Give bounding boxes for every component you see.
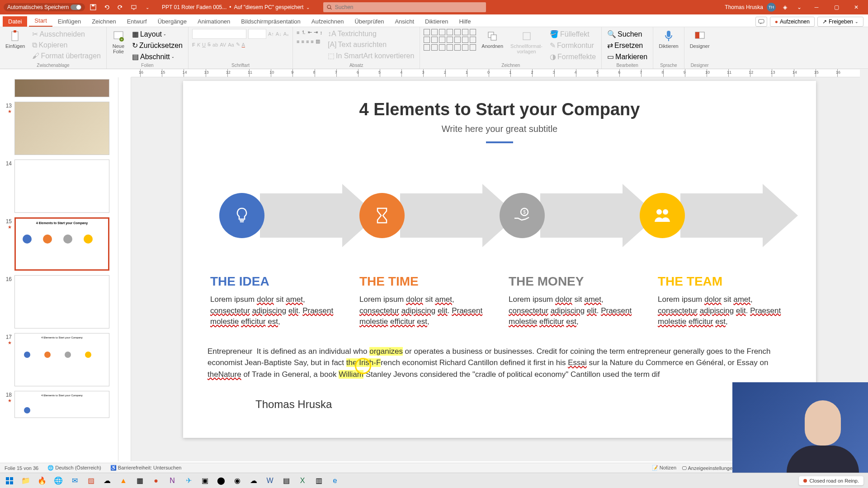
- chrome-icon[interactable]: 🌐: [51, 474, 66, 488]
- app-icon[interactable]: ◉: [230, 474, 245, 488]
- shape-fill-button[interactable]: 🪣Fülleffekt: [548, 29, 598, 39]
- tab-slideshow[interactable]: Bildschirmpräsentation: [236, 16, 306, 27]
- vlc-icon[interactable]: ▲: [116, 474, 131, 488]
- quick-styles-button[interactable]: Schnellformat- vorlagen: [509, 29, 544, 55]
- record-button[interactable]: ●Aufzeichnen: [770, 17, 815, 27]
- underline-button[interactable]: U: [202, 42, 206, 47]
- obs-icon[interactable]: ⬤: [213, 474, 229, 488]
- arrange-button[interactable]: Anordnen: [480, 29, 505, 50]
- copy-button[interactable]: ⧉Kopieren: [30, 40, 103, 50]
- tab-review[interactable]: Überprüfen: [349, 16, 389, 27]
- arrow-block-team[interactable]: [640, 175, 780, 256]
- dictate-button[interactable]: Diktieren: [657, 29, 680, 50]
- slide-title[interactable]: 4 Elements to Start your Company: [206, 100, 793, 119]
- spacing-button[interactable]: AV: [220, 42, 226, 47]
- edge-icon[interactable]: e: [327, 474, 343, 488]
- align-center-icon[interactable]: ≡: [301, 39, 304, 44]
- language-indicator[interactable]: 🌐 Deutsch (Österreich): [47, 465, 101, 471]
- section-button[interactable]: ▤Abschnitt⌄: [130, 52, 184, 62]
- text-direction-button[interactable]: ↕ATextrichtung: [326, 29, 416, 39]
- shape-effects-button[interactable]: ◑Formeffekte: [548, 52, 598, 62]
- cut-button[interactable]: ✂Ausschneiden: [30, 29, 103, 39]
- columns-icon[interactable]: ▥: [316, 38, 320, 44]
- app-icon[interactable]: ▣: [197, 474, 212, 488]
- slide-thumb-15[interactable]: 4 Elements to Start your Company: [14, 217, 109, 271]
- designer-button[interactable]: Designer: [688, 29, 712, 50]
- shadow-button[interactable]: ab: [212, 42, 218, 47]
- align-text-button[interactable]: [A]Text ausrichten: [326, 40, 416, 50]
- search-box[interactable]: [323, 2, 486, 12]
- strikethrough-button[interactable]: S̶: [208, 42, 211, 47]
- line-spacing-icon[interactable]: ↕: [320, 30, 322, 35]
- share-button[interactable]: ↗Freigeben⌄: [817, 17, 863, 27]
- redo-icon[interactable]: [115, 2, 126, 13]
- tab-file[interactable]: Datei: [3, 16, 27, 27]
- outlook-icon[interactable]: ✉: [67, 474, 82, 488]
- numbering-icon[interactable]: ⒈: [301, 29, 306, 36]
- slide-thumbnails-panel[interactable]: 13★ 14 15★ 4 Elements to Start your Comp…: [0, 77, 118, 461]
- tab-draw[interactable]: Zeichnen: [86, 16, 121, 27]
- col-money[interactable]: THE MONEY Lorem ipsum dolor sit amet, co…: [509, 274, 640, 328]
- col-time[interactable]: THE TIME Lorem ipsum dolor sit amet, con…: [359, 274, 491, 328]
- col-team[interactable]: THE TEAM Lorem ipsum dolor sit amet, con…: [658, 274, 789, 328]
- slide-author[interactable]: Thomas Hruska: [255, 398, 793, 411]
- app-icon[interactable]: ▥: [311, 474, 326, 488]
- search-input[interactable]: [335, 4, 483, 10]
- replace-button[interactable]: ⇄Ersetzen: [605, 40, 649, 51]
- slide-thumb-14[interactable]: [14, 160, 109, 213]
- slide-thumb-17[interactable]: 4 Elements to Start your Company: [14, 333, 109, 386]
- app-icon[interactable]: ☁: [99, 474, 115, 488]
- tab-record[interactable]: Aufzeichnen: [306, 16, 349, 27]
- reset-button[interactable]: ↻Zurücksetzen: [130, 40, 184, 51]
- traffic-notification[interactable]: Closed road on Reinp.: [799, 476, 863, 485]
- powerpoint-icon[interactable]: ▨: [83, 474, 99, 488]
- present-from-start-icon[interactable]: [128, 2, 139, 13]
- tab-transitions[interactable]: Übergänge: [152, 16, 192, 27]
- align-left-icon[interactable]: ≡: [297, 39, 299, 44]
- app-icon[interactable]: ●: [148, 474, 164, 488]
- slide-thumb-13[interactable]: [14, 102, 109, 155]
- smartart-button[interactable]: ⬚In SmartArt konvertieren: [326, 51, 416, 61]
- app-icon[interactable]: ☁: [246, 474, 261, 488]
- justify-icon[interactable]: ≡: [311, 39, 313, 44]
- tab-animations[interactable]: Animationen: [192, 16, 236, 27]
- telegram-icon[interactable]: ✈: [181, 474, 196, 488]
- chevron-down-icon[interactable]: ⌄: [306, 5, 310, 10]
- close-icon[interactable]: ✕: [848, 0, 864, 14]
- clear-format-icon[interactable]: Aₓ: [283, 31, 289, 37]
- tab-insert[interactable]: Einfügen: [52, 16, 86, 27]
- minimize-icon[interactable]: ─: [808, 0, 825, 14]
- app-icon[interactable]: ▦: [132, 474, 147, 488]
- font-size-select[interactable]: [248, 29, 266, 39]
- save-icon[interactable]: [88, 2, 99, 13]
- highlight-button[interactable]: ✎: [236, 42, 240, 47]
- shape-outline-button[interactable]: ✎Formkontur: [548, 40, 598, 51]
- file-explorer-icon[interactable]: 📁: [18, 474, 33, 488]
- layout-button[interactable]: ▦Layout⌄: [130, 29, 184, 39]
- tab-help[interactable]: Hilfe: [453, 16, 476, 27]
- excel-icon[interactable]: X: [295, 474, 310, 488]
- tab-view[interactable]: Ansicht: [389, 16, 420, 27]
- comments-button[interactable]: [755, 17, 767, 27]
- word-icon[interactable]: W: [262, 474, 278, 488]
- slide-subtitle[interactable]: Write here your great subtitle: [206, 124, 793, 134]
- paste-button[interactable]: Einfügen: [4, 29, 27, 50]
- toggle-switch[interactable]: [71, 5, 81, 10]
- arrow-block-idea[interactable]: [219, 175, 359, 256]
- autosave-toggle[interactable]: Automatisches Speichern: [4, 3, 85, 11]
- select-button[interactable]: ▭Markieren: [605, 52, 649, 62]
- col-idea[interactable]: THE IDEA Lorem ipsum dolor sit amet, con…: [210, 274, 341, 328]
- arrow-block-money[interactable]: $: [500, 175, 640, 256]
- undo-icon[interactable]: [101, 2, 112, 13]
- shapes-gallery[interactable]: [424, 29, 476, 51]
- accessibility-indicator[interactable]: ♿ Barrierefreiheit: Untersuchen: [110, 465, 182, 471]
- find-button[interactable]: 🔍Suchen: [605, 29, 649, 39]
- ribbon-display-icon[interactable]: ⌄: [794, 2, 805, 13]
- slide-count[interactable]: Folie 15 von 36: [5, 465, 38, 471]
- slide-body-text[interactable]: Entrepreneur It is defined as an individ…: [206, 346, 793, 380]
- notes-button[interactable]: 📝 Notizen: [652, 465, 676, 471]
- decrease-font-icon[interactable]: A↓: [276, 31, 282, 37]
- slide-thumb-16[interactable]: [14, 275, 109, 328]
- user-avatar[interactable]: TH: [767, 3, 776, 12]
- start-button[interactable]: [2, 474, 17, 488]
